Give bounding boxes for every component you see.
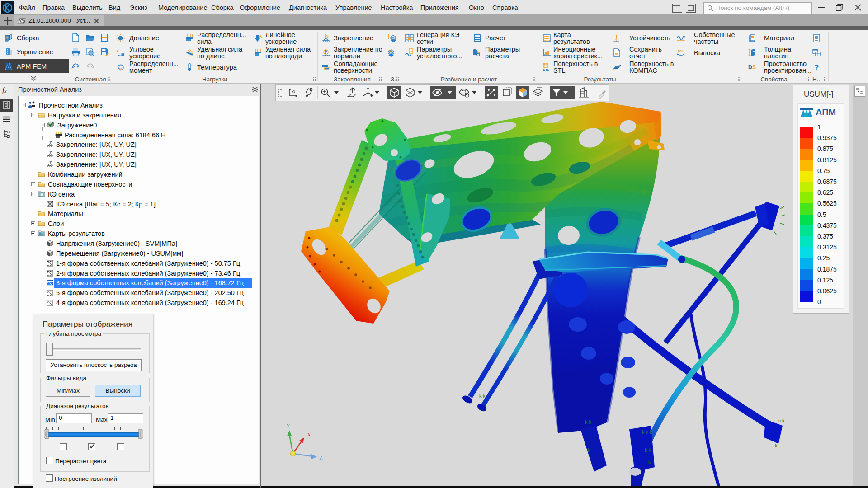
svg-text:k k: k k xyxy=(585,419,592,425)
svg-text:ii k: ii k xyxy=(778,418,785,423)
svg-text:X: X xyxy=(307,431,311,438)
svg-text:Y: Y xyxy=(286,422,291,429)
svg-text:k: k xyxy=(588,447,590,453)
svg-text:k: k xyxy=(775,443,778,448)
svg-text:k: k xyxy=(648,459,651,465)
svg-text:Z: Z xyxy=(319,454,323,461)
svg-text:k k: k k xyxy=(645,447,651,453)
svg-text:k k: k k xyxy=(479,393,486,399)
svg-text:k k k: k k k xyxy=(642,429,652,435)
